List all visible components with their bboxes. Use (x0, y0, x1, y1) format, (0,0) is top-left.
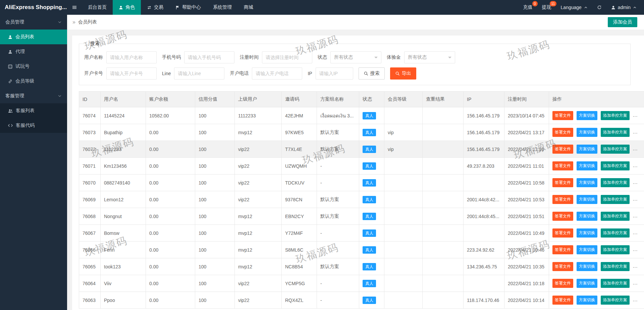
add-single-control-button[interactable]: 添加单控方案 (601, 161, 630, 170)
cell-register-time: 2022/04/21 10:51 (504, 208, 549, 225)
cell-status: 真人 (359, 275, 384, 292)
plan-switch-button[interactable]: 方案切换 (577, 195, 597, 204)
sidebar-item[interactable]: 会员列表 (0, 30, 67, 44)
more-actions-button[interactable]: ... (633, 196, 638, 202)
sign-file-button[interactable]: 签署文件 (552, 111, 573, 120)
add-single-control-button[interactable]: 添加单控方案 (601, 111, 630, 120)
sign-file-button[interactable]: 签署文件 (552, 195, 573, 204)
cell-credit: 100 (195, 292, 235, 309)
add-single-control-button[interactable]: 添加单控方案 (601, 228, 630, 238)
add-single-control-button[interactable]: 添加单控方案 (601, 195, 630, 204)
topbar-menu-label: 交易 (154, 4, 163, 10)
more-actions-button[interactable]: ... (633, 213, 638, 218)
table-row: 76065 took123 0.00 100 mvp12 NC8B54 默认方案… (79, 258, 644, 275)
field-input[interactable] (174, 67, 224, 80)
cell-dup-result (423, 174, 464, 191)
field-select[interactable]: 所有状态 (404, 51, 455, 63)
cell-status: 真人 (359, 174, 384, 191)
sign-file-button[interactable]: 签署文件 (552, 279, 573, 288)
add-single-control-button[interactable]: 添加单控方案 (601, 262, 630, 271)
field-input[interactable] (106, 51, 157, 63)
cell-status: 真人 (359, 124, 384, 141)
plan-switch-button[interactable]: 方案切换 (577, 262, 597, 271)
add-single-control-button[interactable]: 添加单控方案 (601, 212, 630, 221)
plan-switch-button[interactable]: 方案切换 (577, 212, 597, 221)
more-actions-button[interactable]: ... (633, 163, 638, 168)
plan-switch-button[interactable]: 方案切换 (577, 279, 597, 288)
add-single-control-button[interactable]: 添加单控方案 (601, 178, 630, 187)
sidebar-item[interactable]: 客服代码 (0, 118, 67, 133)
chevron-up-icon (584, 6, 588, 9)
sign-file-button[interactable]: 签署文件 (552, 245, 573, 254)
sign-file-button[interactable]: 签署文件 (552, 212, 573, 221)
cell-id: 76063 (79, 292, 101, 309)
field-input[interactable] (316, 67, 353, 80)
more-actions-button[interactable]: ... (633, 112, 638, 118)
add-single-control-button[interactable]: 添加单控方案 (601, 296, 630, 305)
more-actions-button[interactable]: ... (633, 129, 638, 135)
field-select[interactable]: 所有状态 (330, 51, 381, 63)
more-actions-button[interactable]: ... (633, 146, 638, 151)
plan-switch-button[interactable]: 方案切换 (577, 145, 597, 154)
topbar-menu-item[interactable]: 帮助中心 (169, 0, 207, 15)
plan-switch-button[interactable]: 方案切换 (577, 245, 597, 254)
add-single-control-button[interactable]: 添加单控方案 (601, 145, 630, 154)
add-single-control-button[interactable]: 添加单控方案 (601, 128, 630, 137)
user-menu[interactable]: admin (606, 0, 641, 15)
search-button[interactable]: 搜索 (359, 67, 385, 80)
topbar-menu-item[interactable]: 商城 (238, 0, 259, 15)
field-input[interactable] (106, 67, 157, 80)
more-actions-button[interactable]: ... (633, 247, 638, 252)
withdraw-button[interactable]: 提现 11 (537, 0, 556, 15)
topbar-menu-item[interactable]: 系统管理 (207, 0, 238, 15)
more-actions-button[interactable]: ... (633, 297, 638, 302)
sign-file-button[interactable]: 签署文件 (552, 145, 573, 154)
more-actions-button[interactable]: ... (633, 263, 638, 269)
cell-username: Km123456 (101, 158, 146, 174)
sidebar-item[interactable]: 会员管理 (0, 15, 67, 30)
sidebar-item[interactable]: 客服列表 (0, 103, 67, 118)
sign-file-button[interactable]: 签署文件 (552, 228, 573, 238)
sign-file-button[interactable]: 签署文件 (552, 161, 573, 170)
sidebar-item[interactable]: 客服管理 (0, 89, 67, 103)
more-actions-button[interactable]: ... (633, 230, 638, 235)
status-badge: 真人 (363, 112, 376, 119)
plan-switch-button[interactable]: 方案切换 (577, 111, 597, 120)
sign-file-button[interactable]: 签署文件 (552, 262, 573, 271)
plan-switch-button[interactable]: 方案切换 (577, 161, 597, 170)
sign-file-button[interactable]: 签署文件 (552, 178, 573, 187)
add-member-button[interactable]: 添加会员 (608, 17, 637, 27)
people-icon (8, 109, 13, 113)
plan-switch-button[interactable]: 方案切换 (577, 128, 597, 137)
sign-file-button[interactable]: 签署文件 (552, 128, 573, 137)
field-input[interactable] (184, 51, 234, 63)
menu-toggle-button[interactable] (67, 0, 82, 15)
column-header: 查重结果 (423, 92, 464, 107)
more-actions-button[interactable]: ... (633, 280, 638, 286)
field-input[interactable] (252, 67, 302, 80)
cell-credit: 100 (195, 242, 235, 258)
more-actions-button[interactable]: ... (633, 179, 638, 185)
add-single-control-button[interactable]: 添加单控方案 (601, 245, 630, 254)
sidebar-item[interactable]: 会员等级 (0, 74, 67, 89)
caret-down-icon (448, 57, 451, 60)
refresh-button[interactable] (592, 0, 606, 15)
status-badge: 真人 (363, 246, 376, 254)
sidebar-item[interactable]: 代理 (0, 44, 67, 59)
topbar-menu-item[interactable]: 交易 (141, 0, 169, 15)
recharge-button[interactable]: 充值 0 (519, 0, 537, 15)
export-button[interactable]: 导出 (390, 67, 416, 80)
plan-switch-button[interactable]: 方案切换 (577, 296, 597, 305)
language-dropdown[interactable]: Language (556, 0, 592, 15)
add-single-control-button[interactable]: 添加单控方案 (601, 279, 630, 288)
plan-switch-button[interactable]: 方案切换 (577, 228, 597, 238)
topbar-menu-item[interactable]: 角色 (113, 0, 141, 15)
cell-status: 真人 (359, 292, 384, 309)
table-row: 76066 Fenn 0.00 100 mvp12 S8ML6C - 真人 (79, 242, 644, 258)
cell-username: 0882749140 (101, 174, 146, 191)
sidebar-item[interactable]: 试玩号 (0, 59, 67, 74)
field-input[interactable] (262, 51, 312, 63)
plan-switch-button[interactable]: 方案切换 (577, 178, 597, 187)
sign-file-button[interactable]: 签署文件 (552, 296, 573, 305)
topbar-menu-item[interactable]: 后台首页 (82, 0, 113, 15)
